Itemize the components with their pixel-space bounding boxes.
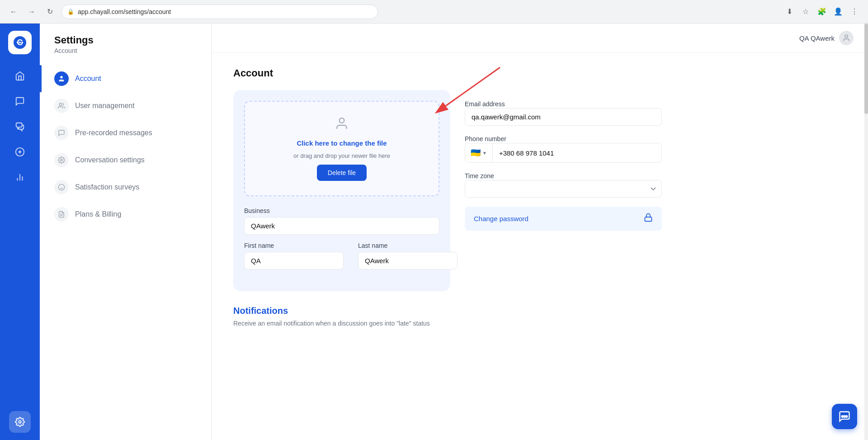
svg-point-27 — [846, 416, 848, 417]
nav-item-billing-label: Plans & Billing — [75, 210, 121, 218]
change-password-label: Change password — [474, 215, 528, 222]
nav-item-account-label: Account — [75, 75, 101, 83]
upload-user-icon — [335, 116, 349, 134]
sidebar-item-settings[interactable] — [9, 411, 31, 433]
back-button[interactable]: ← — [7, 5, 20, 18]
phone-number-input[interactable] — [493, 145, 661, 161]
svg-point-3 — [19, 42, 21, 43]
main-header: QA QAwerk — [212, 24, 868, 53]
account-nav-icon — [54, 71, 69, 86]
nav-item-satisfaction-label: Satisfaction surveys — [75, 183, 139, 191]
floating-chat-button[interactable] — [832, 404, 857, 429]
satisfaction-nav-icon — [54, 180, 69, 194]
page-content: Account — [212, 53, 868, 327]
address-bar[interactable]: 🔒 app.chayall.com/settings/account — [61, 5, 378, 19]
last-name-label: Last name — [358, 242, 458, 249]
last-name-input[interactable] — [358, 252, 458, 270]
business-label: Business — [244, 207, 439, 214]
svg-point-13 — [59, 103, 61, 105]
upload-primary-text: Click here to change the file — [297, 139, 387, 147]
sidebar-item-add[interactable] — [9, 141, 31, 163]
nav-item-satisfaction[interactable]: Satisfaction surveys — [40, 174, 211, 201]
svg-rect-24 — [645, 217, 652, 221]
page-title: Account — [233, 67, 450, 79]
nav-item-conversation-label: Conversation settings — [75, 156, 145, 164]
upload-zone[interactable]: Click here to change the file or drag an… — [244, 101, 439, 196]
settings-header: Settings Account — [40, 34, 211, 65]
sidebar-item-chat[interactable] — [9, 90, 31, 112]
pre-recorded-nav-icon — [54, 126, 69, 140]
star-icon[interactable]: ☆ — [799, 5, 812, 18]
main-content: QA QAwerk Account — [212, 24, 868, 440]
notifications-description: Receive an email notification when a dis… — [233, 320, 450, 327]
phone-label: Phone number — [465, 135, 506, 142]
timezone-select[interactable] — [465, 180, 662, 198]
scrollbar-track — [864, 24, 868, 440]
user-management-nav-icon — [54, 99, 69, 113]
profile-icon[interactable]: 👤 — [832, 5, 844, 18]
svg-point-25 — [842, 416, 844, 417]
timezone-form-group: Time zone — [465, 172, 662, 198]
svg-point-4 — [21, 42, 23, 43]
change-password-button[interactable]: Change password — [465, 207, 662, 231]
notifications-title: Notifications — [233, 306, 450, 316]
nav-item-user-management-label: User management — [75, 102, 135, 110]
nav-item-account[interactable]: Account — [40, 65, 211, 92]
nav-item-user-management[interactable]: User management — [40, 92, 211, 119]
flag-dropdown-arrow: ▼ — [482, 151, 487, 156]
last-name-form-group: Last name — [358, 242, 458, 270]
name-form-section: First name Last name — [244, 242, 439, 270]
svg-point-15 — [58, 184, 64, 190]
first-name-input[interactable] — [244, 252, 344, 270]
delete-file-button[interactable]: Delete file — [317, 165, 367, 181]
user-info: QA QAwerk — [799, 31, 854, 45]
phone-input-row: 🇺🇦 ▼ — [465, 143, 662, 163]
forward-button[interactable]: → — [25, 5, 38, 18]
svg-point-2 — [17, 42, 19, 43]
svg-point-23 — [340, 118, 344, 123]
business-form-group: Business — [244, 207, 439, 235]
conversation-nav-icon — [54, 153, 69, 167]
email-input[interactable] — [465, 108, 662, 126]
download-icon[interactable]: ⬇ — [783, 5, 796, 18]
nav-item-billing[interactable]: Plans & Billing — [40, 201, 211, 228]
svg-point-26 — [844, 416, 845, 417]
first-name-label: First name — [244, 242, 344, 249]
settings-subtitle: Account — [54, 47, 197, 54]
right-panel: Email address Phone number 🇺🇦 ▼ Time zon — [450, 67, 676, 327]
nav-item-pre-recorded[interactable]: Pre-recorded messages — [40, 119, 211, 147]
settings-title: Settings — [54, 34, 197, 46]
email-label: Email address — [465, 100, 505, 108]
menu-icon[interactable]: ⋮ — [848, 5, 861, 18]
account-form-section: Account — [233, 67, 450, 327]
flag-emoji: 🇺🇦 — [471, 148, 481, 158]
app-logo[interactable]: C — [8, 31, 32, 54]
billing-nav-icon — [54, 207, 69, 222]
extension-icon[interactable]: 🧩 — [816, 5, 828, 18]
reload-button[interactable]: ↻ — [43, 5, 56, 18]
nav-item-conversation[interactable]: Conversation settings — [40, 147, 211, 174]
first-name-form-group: First name — [244, 242, 344, 270]
notifications-section: Notifications Receive an email notificat… — [233, 306, 450, 327]
security-icon: 🔒 — [67, 9, 74, 15]
url-text: app.chayall.com/settings/account — [78, 8, 171, 15]
user-name: QA QAwerk — [799, 34, 835, 42]
phone-flag-selector[interactable]: 🇺🇦 ▼ — [465, 143, 493, 162]
timezone-label: Time zone — [465, 172, 494, 180]
phone-form-group: Phone number 🇺🇦 ▼ — [465, 135, 662, 163]
email-form-group: Email address — [465, 100, 662, 126]
icon-sidebar: C — [0, 24, 40, 440]
lock-icon — [644, 213, 653, 224]
sidebar-item-comments[interactable] — [9, 116, 31, 137]
business-input[interactable] — [244, 217, 439, 235]
browser-chrome: ← → ↻ 🔒 app.chayall.com/settings/account… — [0, 0, 868, 24]
svg-point-20 — [845, 35, 848, 38]
svg-point-11 — [19, 421, 21, 423]
sidebar-item-analytics[interactable] — [9, 166, 31, 188]
user-avatar — [839, 31, 854, 45]
scrollbar-thumb[interactable] — [864, 24, 868, 114]
settings-sidebar: Settings Account Account User — [40, 24, 212, 440]
sidebar-item-home[interactable] — [9, 65, 31, 87]
nav-item-pre-recorded-label: Pre-recorded messages — [75, 129, 152, 137]
svg-point-14 — [61, 159, 62, 161]
